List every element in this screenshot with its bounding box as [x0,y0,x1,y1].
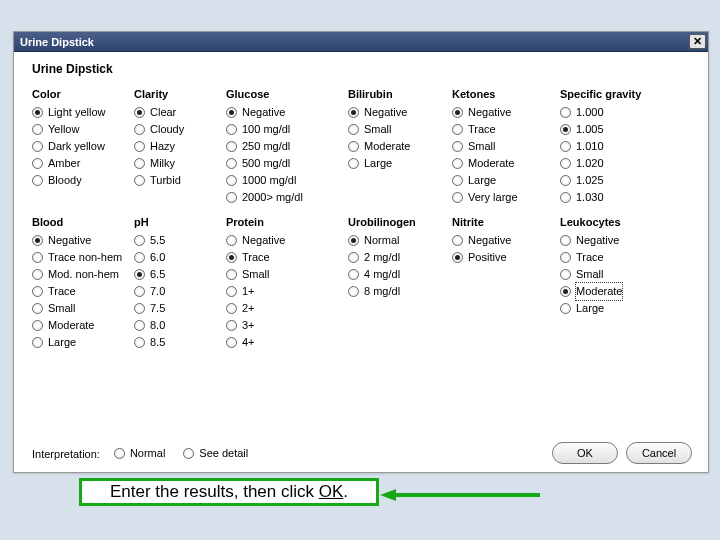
column-urobilinogen: UrobilinogenNormal2 mg/dl4 mg/dl8 mg/dl [348,216,452,351]
radio-option[interactable]: Negative [226,104,348,121]
column-specific-gravity: Specific gravity1.0001.0051.0101.0201.02… [560,88,680,206]
radio-option[interactable]: 7.0 [134,283,226,300]
radio-option[interactable]: 6.0 [134,249,226,266]
radio-option[interactable]: Negative [348,104,452,121]
radio-icon [32,252,43,263]
radio-option[interactable]: Small [452,138,560,155]
radio-option[interactable]: Negative [452,104,560,121]
column-title: Blood [32,216,134,228]
radio-option[interactable]: Small [560,266,680,283]
radio-option[interactable]: Large [32,334,134,351]
column-title: Leukocytes [560,216,680,228]
cancel-button[interactable]: Cancel [626,442,692,464]
radio-option[interactable]: 1.000 [560,104,680,121]
radio-option[interactable]: 250 mg/dl [226,138,348,155]
radio-option[interactable]: Moderate [560,283,680,300]
radio-option[interactable]: 500 mg/dl [226,155,348,172]
radio-option[interactable]: 1.020 [560,155,680,172]
radio-option[interactable]: Clear [134,104,226,121]
radio-option[interactable]: 2+ [226,300,348,317]
radio-option[interactable]: Trace [226,249,348,266]
radio-icon [560,286,571,297]
radio-option[interactable]: Negative [452,232,560,249]
radio-option[interactable]: Negative [32,232,134,249]
radio-option[interactable]: 2000> mg/dl [226,189,348,206]
column-title: Ketones [452,88,560,100]
radio-label: 4 mg/dl [364,266,400,283]
radio-option[interactable]: Moderate [452,155,560,172]
radio-icon [560,235,571,246]
radio-option[interactable]: Trace non-hem [32,249,134,266]
radio-option[interactable]: 1.030 [560,189,680,206]
radio-option[interactable]: 1.025 [560,172,680,189]
radio-option[interactable]: 7.5 [134,300,226,317]
radio-option[interactable]: 1.010 [560,138,680,155]
radio-option[interactable]: Very large [452,189,560,206]
radio-icon [226,107,237,118]
column-title: Urobilinogen [348,216,452,228]
radio-option[interactable]: 4 mg/dl [348,266,452,283]
close-button[interactable]: ✕ [689,34,706,49]
radio-option[interactable]: Light yellow [32,104,134,121]
callout-post: . [343,482,348,501]
radio-option[interactable]: Moderate [32,317,134,334]
radio-option[interactable]: 5.5 [134,232,226,249]
radio-option[interactable]: 8.0 [134,317,226,334]
radio-icon [452,107,463,118]
radio-option[interactable]: Negative [560,232,680,249]
ok-button[interactable]: OK [552,442,618,464]
radio-option[interactable]: Moderate [348,138,452,155]
radio-option[interactable]: 100 mg/dl [226,121,348,138]
column-title: pH [134,216,226,228]
radio-icon [452,141,463,152]
radio-option[interactable]: 1.005 [560,121,680,138]
radio-label: Small [48,300,76,317]
interpretation-option[interactable]: Normal [114,445,165,462]
close-icon: ✕ [693,35,702,48]
radio-label: Moderate [576,283,622,300]
column-title: Color [32,88,134,100]
radio-label: Small [468,138,496,155]
radio-option[interactable]: Negative [226,232,348,249]
column-title: Protein [226,216,348,228]
radio-option[interactable]: 6.5 [134,266,226,283]
radio-option[interactable]: Large [452,172,560,189]
radio-label: Negative [242,104,285,121]
radio-option[interactable]: Turbid [134,172,226,189]
radio-option[interactable]: Hazy [134,138,226,155]
radio-icon [32,158,43,169]
radio-icon [114,448,125,459]
radio-option[interactable]: Cloudy [134,121,226,138]
radio-option[interactable]: Bloody [32,172,134,189]
radio-option[interactable]: Trace [452,121,560,138]
radio-option[interactable]: Mod. non-hem [32,266,134,283]
radio-option[interactable]: Trace [32,283,134,300]
radio-option[interactable]: Small [226,266,348,283]
radio-option[interactable]: Milky [134,155,226,172]
radio-icon [348,141,359,152]
radio-option[interactable]: Large [560,300,680,317]
radio-option[interactable]: Dark yellow [32,138,134,155]
radio-option[interactable]: Small [348,121,452,138]
radio-icon [134,235,145,246]
radio-option[interactable]: 3+ [226,317,348,334]
radio-icon [134,286,145,297]
radio-option[interactable]: 8.5 [134,334,226,351]
radio-option[interactable]: 8 mg/dl [348,283,452,300]
radio-option[interactable]: Trace [560,249,680,266]
radio-label: 250 mg/dl [242,138,290,155]
radio-option[interactable]: Normal [348,232,452,249]
interpretation-option[interactable]: See detail [183,445,248,462]
radio-option[interactable]: 1+ [226,283,348,300]
radio-option[interactable]: Yellow [32,121,134,138]
radio-label: Milky [150,155,175,172]
radio-icon [560,175,571,186]
radio-option[interactable]: Small [32,300,134,317]
radio-label: 7.5 [150,300,165,317]
radio-option[interactable]: 2 mg/dl [348,249,452,266]
radio-option[interactable]: Amber [32,155,134,172]
radio-option[interactable]: 4+ [226,334,348,351]
radio-option[interactable]: 1000 mg/dl [226,172,348,189]
radio-option[interactable]: Large [348,155,452,172]
radio-option[interactable]: Positive [452,249,560,266]
